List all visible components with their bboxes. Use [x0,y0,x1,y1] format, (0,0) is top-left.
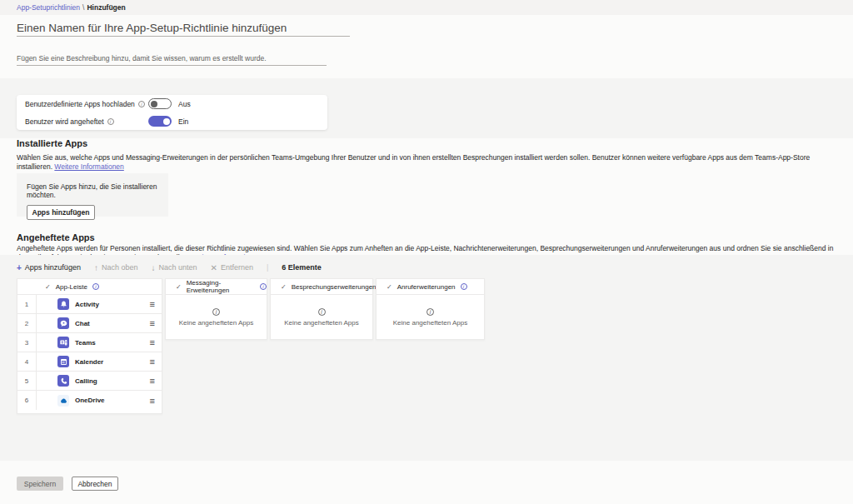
arrow-down-icon: ↓ [151,263,155,272]
add-apps-box: Fügen Sie Apps hinzu, die Sie installier… [17,173,168,217]
messaging-extensions-header: ✓ Messaging-Erweiterungen i [166,279,267,295]
app-row-kalender[interactable]: 4 Kalender ≡ [17,352,162,372]
pinned-apps-toolbar: + Apps hinzufügen ↑ Nach oben ↓ Nach unt… [17,259,322,276]
check-icon: ✓ [281,283,287,291]
add-apps-box-text: Fügen Sie Apps hinzu, die Sie installier… [17,173,168,199]
policy-name-input[interactable] [17,20,350,37]
toolbar-move-up-button[interactable]: ↑ Nach oben [94,263,138,272]
breadcrumb-separator: \ [82,3,84,12]
row-number: 2 [17,314,37,332]
app-name: Teams [75,339,96,347]
messaging-extensions-column: ✓ Messaging-Erweiterungen i i Keine ange… [165,278,267,340]
custom-apps-toggle-state: Aus [178,100,191,108]
drag-handle-icon[interactable]: ≡ [150,319,155,327]
teams-logo-icon [57,337,69,348]
app-row-activity[interactable]: 1 Activity ≡ [17,295,162,314]
toolbar-add-apps-label: Apps hinzufügen [25,263,81,272]
app-row-teams[interactable]: 3 Teams ≡ [17,333,162,352]
empty-state-text: Keine angehefteten Apps [179,319,253,327]
save-button[interactable]: Speichern [17,477,63,491]
call-extensions-column: ✓ Anruferweiterungen i i Keine angehefte… [376,278,485,340]
app-bar-table: ✓ App-Leiste i 1 Activity ≡ 2 Chat ≡ 3 [17,278,162,414]
toolbar-move-down-label: Nach unten [158,263,197,272]
meeting-extensions-empty-state: i Keine angehefteten Apps [271,295,372,340]
row-number: 1 [17,295,37,313]
toolbar-move-up-label: Nach oben [102,263,138,272]
toolbar-divider: | [267,263,268,272]
installed-apps-description: Wählen Sie aus, welche Apps und Messagin… [17,153,843,172]
remove-x-icon: ✕ [211,263,217,272]
meeting-extensions-column: ✓ Besprechungserweiterungen i i Keine an… [270,278,373,340]
messaging-extensions-header-label: Messaging-Erweiterungen [187,279,255,294]
arrow-up-icon: ↑ [94,263,98,272]
call-extensions-empty-state: i Keine angehefteten Apps [377,295,484,340]
custom-apps-toggle-text: Benutzerdefinierte Apps hochladen [25,100,135,108]
toggle-knob [151,101,157,107]
toolbar-item-count: 6 Elemente [282,263,322,272]
drag-handle-icon[interactable]: ≡ [150,357,155,366]
drag-handle-icon[interactable]: ≡ [150,300,155,308]
info-icon[interactable]: i [260,283,267,290]
drag-handle-icon[interactable]: ≡ [150,397,155,405]
onedrive-cloud-icon [57,395,69,407]
plus-icon: + [17,263,22,272]
breadcrumb-current: Hinzufügen [87,3,125,12]
breadcrumb-parent-link[interactable]: App-Setuprichtlinien [17,3,80,12]
toggle-card: Benutzerdefinierte Apps hochladen i Aus … [17,95,327,130]
app-name: Activity [75,301,99,308]
row-number: 3 [17,333,37,352]
app-name: Calling [75,377,97,385]
installed-apps-learn-more-link[interactable]: Weitere Informationen [54,162,123,171]
info-icon[interactable]: i [92,283,99,290]
phone-icon [57,375,69,387]
toolbar-remove-label: Entfernen [221,263,253,272]
meeting-extensions-header: ✓ Besprechungserweiterungen i [271,279,372,295]
custom-apps-toggle-row: Benutzerdefinierte Apps hochladen i Aus [17,95,327,112]
drag-handle-icon[interactable]: ≡ [150,338,155,347]
toolbar-move-down-button[interactable]: ↓ Nach unten [151,263,197,272]
calendar-icon [57,356,69,367]
messaging-extensions-empty-state: i Keine angehefteten Apps [166,295,267,340]
app-row-onedrive[interactable]: 6 OneDrive ≡ [17,391,162,410]
info-icon[interactable]: i [107,118,114,125]
toolbar-add-apps-button[interactable]: + Apps hinzufügen [17,263,81,272]
app-setup-policy-page: App-Setuprichtlinien \ Hinzufügen Benutz… [0,0,853,504]
app-row-chat[interactable]: 2 Chat ≡ [17,314,162,333]
meeting-extensions-header-label: Besprechungserweiterungen [292,283,377,291]
row-number: 5 [17,372,37,390]
custom-apps-toggle-label: Benutzerdefinierte Apps hochladen i [25,100,148,108]
user-pinning-toggle-text: Benutzer wird angeheftet [25,117,104,126]
call-extensions-header: ✓ Anruferweiterungen i [377,279,484,295]
empty-state-text: Keine angehefteten Apps [284,319,358,327]
row-number: 6 [17,391,37,410]
drag-handle-icon[interactable]: ≡ [150,377,155,385]
info-icon[interactable]: i [461,283,467,290]
installed-apps-description-text: Wählen Sie aus, welche Apps und Messagin… [17,153,810,171]
breadcrumb: App-Setuprichtlinien \ Hinzufügen [0,0,853,15]
user-pinning-toggle-state: Ein [178,117,188,126]
chat-bubble-icon [57,317,69,329]
user-pinning-toggle[interactable] [148,116,172,127]
toolbar-remove-button[interactable]: ✕ Entfernen [211,263,253,272]
info-icon: i [318,308,326,316]
call-extensions-header-label: Anruferweiterungen [397,283,456,291]
app-bar-header-label: App-Leiste [56,283,87,291]
app-name: Kalender [75,358,103,366]
row-number: 4 [17,352,37,371]
app-name: OneDrive [75,397,105,404]
check-icon: ✓ [45,283,51,291]
cancel-button[interactable]: Abbrechen [72,477,118,491]
installed-apps-title: Installierte Apps [17,138,87,148]
info-icon[interactable]: i [138,101,145,107]
app-name: Chat [75,320,90,327]
activity-bell-icon [57,298,69,310]
app-bar-header: ✓ App-Leiste i [17,279,162,295]
app-row-calling[interactable]: 5 Calling ≡ [17,372,162,391]
empty-state-text: Keine angehefteten Apps [393,319,467,327]
check-icon: ✓ [387,283,392,291]
custom-apps-upload-toggle[interactable] [148,98,172,109]
user-pinning-toggle-row: Benutzer wird angeheftet i Ein [17,112,327,130]
toggle-knob [163,118,170,125]
add-apps-button[interactable]: Apps hinzufügen [27,205,95,220]
policy-description-input[interactable] [17,52,327,66]
